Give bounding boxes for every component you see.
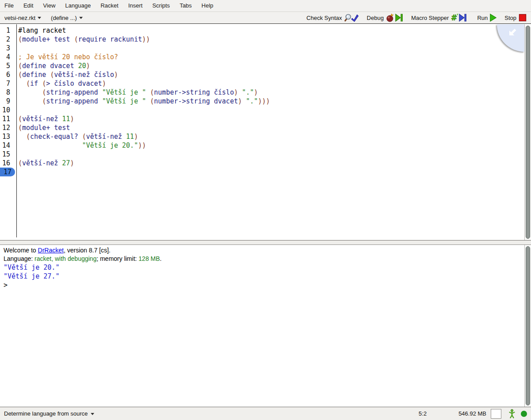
line-number: 12 (0, 123, 13, 132)
line-number: 7 (0, 79, 13, 88)
current-line-number: 17 (0, 168, 15, 176)
code-line[interactable]: 3 (0, 44, 524, 53)
definition-navigator-label: (define ...) (51, 15, 77, 21)
line-number: 5 (0, 61, 13, 70)
code-line[interactable]: 1#lang racket (0, 26, 524, 35)
interactions-text: ; memory limit: (96, 255, 139, 262)
language-selector-label: Determine language from source (4, 410, 88, 417)
bomb-step-icon (386, 13, 404, 22)
interactions-scrollbar-thumb[interactable] (526, 246, 530, 405)
interactions-pane[interactable]: Welcome to DrRacket, version 8.7 [cs].La… (0, 245, 531, 407)
drracket-window: File Edit View Language Racket Insert Sc… (0, 0, 531, 420)
macro-stepper-button[interactable]: Macro Stepper # ' (411, 13, 469, 22)
definitions-scrollbar[interactable] (524, 24, 531, 240)
code-line[interactable]: 2(module+ test (require rackunit)) (0, 35, 524, 44)
code-text: (module+ test (require rackunit)) (13, 35, 150, 44)
stop-button[interactable]: Stop (504, 13, 527, 22)
interactions-line: "Větší je 27." (4, 272, 522, 281)
line-number: 4 (0, 53, 13, 61)
file-tab-dropdown[interactable]: vetsi-nez.rkt (4, 15, 41, 21)
arrow-down-left-icon (508, 27, 518, 37)
memory-usage: 546.92 MB (458, 410, 486, 417)
menu-help[interactable]: Help (196, 0, 218, 11)
code-line[interactable]: 9 (string-append "Větší je " (number->st… (0, 97, 524, 106)
code-line[interactable]: 13 (check-equal? (větší-než 11) (0, 132, 524, 141)
code-line[interactable]: 14 "Větší je 20.")) (0, 141, 524, 150)
code-text (15, 168, 20, 176)
interactions-line: > (4, 281, 522, 290)
menu-scripts[interactable]: Scripts (147, 0, 175, 11)
check-syntax-button[interactable]: Check Syntax (307, 13, 359, 22)
code-line[interactable]: 17 (0, 168, 524, 176)
pane-splitter[interactable] (0, 240, 531, 245)
line-number: 6 (0, 70, 13, 79)
menu-edit[interactable]: Edit (19, 0, 38, 11)
code-line[interactable]: 15 (0, 150, 524, 159)
code-line[interactable]: 7 (if (> číslo dvacet) (0, 79, 524, 88)
gc-indicator-box[interactable] (491, 409, 501, 419)
chevron-down-icon (91, 413, 94, 415)
menu-tabs[interactable]: Tabs (175, 0, 196, 11)
line-number: 1 (0, 26, 13, 35)
interactions-text: , version 8.7 [cs]. (64, 247, 111, 254)
code-text: (string-append "Větší je " (number->stri… (13, 97, 270, 106)
run-button[interactable]: Run (477, 13, 497, 22)
definition-navigator-dropdown[interactable]: (define ...) (51, 15, 83, 21)
code-text (13, 106, 18, 115)
code-text: "Větší je 20.")) (13, 141, 146, 150)
code-text (13, 44, 18, 53)
interactions-scrollbar[interactable] (524, 245, 531, 407)
editor-lines: 1#lang racket2(module+ test (require rac… (0, 26, 524, 176)
chevron-down-icon (79, 17, 83, 19)
drracket-link[interactable]: DrRacket (38, 247, 64, 254)
code-line[interactable]: 11(větší-než 11) (0, 115, 524, 123)
run-icon (490, 13, 497, 22)
language-selector-dropdown[interactable]: Determine language from source (4, 410, 94, 417)
interactions-line: Language: racket, with debugging; memory… (4, 255, 522, 263)
code-text: (module+ test (13, 123, 70, 132)
line-number: 11 (0, 115, 13, 123)
file-tab-label: vetsi-nez.rkt (4, 15, 35, 21)
interactions-text: 128 MB (139, 255, 160, 262)
interactions-text: racket, with debugging (35, 255, 96, 262)
chevron-down-icon (38, 17, 41, 19)
interactions-text: "Větší je 27." (4, 272, 59, 280)
code-text (13, 150, 18, 159)
line-number: 15 (0, 150, 13, 159)
svg-text:': ' (457, 13, 458, 19)
code-text: (větší-než 11) (13, 115, 74, 123)
code-line[interactable]: 16(větší-než 27) (0, 159, 524, 168)
line-number: 10 (0, 106, 13, 115)
code-line[interactable]: 12(module+ test (0, 123, 524, 132)
code-line[interactable]: 5(define dvacet 20) (0, 61, 524, 70)
debug-button[interactable]: Debug (367, 13, 404, 22)
code-line[interactable]: 4; Je větší 20 nebo číslo? (0, 53, 524, 61)
running-man-icon (508, 409, 516, 419)
line-number: 3 (0, 44, 13, 53)
line-number: 8 (0, 88, 13, 97)
code-text: (define dvacet 20) (13, 61, 90, 70)
interactions-text: > (4, 281, 8, 289)
code-line[interactable]: 10 (0, 106, 524, 115)
line-number: 16 (0, 159, 13, 168)
interactions-text: "Větší je 20." (4, 263, 59, 271)
interactions-text: Language: (4, 255, 35, 262)
toolbar: vetsi-nez.rkt (define ...) Check Syntax (0, 12, 531, 24)
menu-view[interactable]: View (38, 0, 60, 11)
menu-insert[interactable]: Insert (123, 0, 148, 11)
code-text: (string-append "Větší je " (number->stri… (13, 88, 258, 97)
definitions-pane[interactable]: 1#lang racket2(module+ test (require rac… (0, 24, 531, 240)
definitions-scrollbar-thumb[interactable] (526, 26, 530, 239)
menu-racket[interactable]: Racket (96, 0, 123, 11)
code-line[interactable]: 6(define (větší-než číslo) (0, 70, 524, 79)
code-text: (větší-než 27) (13, 159, 74, 168)
menu-file[interactable]: File (4, 0, 19, 11)
interactions-line: "Větší je 20." (4, 263, 522, 272)
caret-position: 5:2 (419, 410, 427, 417)
line-number: 14 (0, 141, 13, 150)
code-text: #lang racket (13, 26, 66, 35)
menu-language[interactable]: Language (60, 0, 96, 11)
code-line[interactable]: 8 (string-append "Větší je " (number->st… (0, 88, 524, 97)
interactions-lines: Welcome to DrRacket, version 8.7 [cs].La… (4, 246, 522, 290)
hash-step-icon: # ' (451, 13, 469, 22)
